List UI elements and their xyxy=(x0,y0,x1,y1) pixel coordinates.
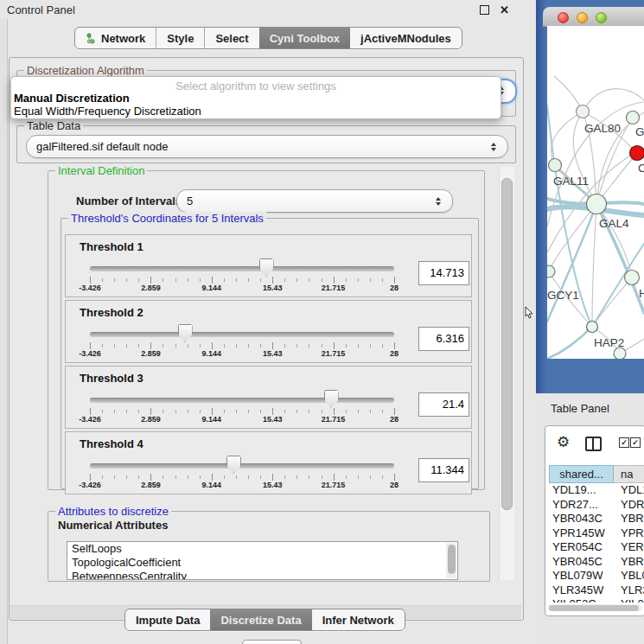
network-node[interactable] xyxy=(630,146,644,161)
table-row[interactable]: YBR043CYBR0 xyxy=(549,512,644,526)
scale-label: 15.43 xyxy=(263,284,283,292)
scale-label: 21.715 xyxy=(322,481,346,489)
attribute-item[interactable]: SelfLoops xyxy=(67,542,457,556)
tab-impute-data[interactable]: Impute Data xyxy=(125,609,210,630)
cyni-bottom-tab-bar: Impute DataDiscretize DataInfer Network xyxy=(124,609,405,631)
network-window-titlebar[interactable] xyxy=(543,7,644,27)
tab-jactivemnodules[interactable]: jActiveMNodules xyxy=(350,28,462,48)
network-node-label: GAL4 xyxy=(599,217,629,230)
slider-ticks xyxy=(90,277,394,284)
cell-shared-name: YBR045C xyxy=(549,555,621,570)
network-canvas[interactable]: GAL80GCGAL11GAL4GCY1HHAP2 xyxy=(547,26,644,359)
tab-discretize-data[interactable]: Discretize Data xyxy=(210,609,311,630)
gear-icon[interactable]: ⚙ xyxy=(557,435,570,450)
tab-network[interactable]: Network xyxy=(75,28,156,48)
network-node[interactable] xyxy=(627,112,640,124)
settings-scrollbar-thumb[interactable] xyxy=(501,178,513,510)
slider-track[interactable] xyxy=(90,398,394,403)
slider-track[interactable] xyxy=(90,266,394,271)
table-row[interactable]: YDR27...YDR2 xyxy=(549,498,644,513)
threshold-label: Threshold 2 xyxy=(80,306,143,319)
column-header-name[interactable]: na xyxy=(614,465,644,483)
tab-label: Style xyxy=(167,32,194,45)
slider-thumb[interactable] xyxy=(259,258,274,277)
scale-label: 21.715 xyxy=(322,415,346,424)
table-row[interactable]: YIL052CYIL0 xyxy=(549,597,644,603)
table-row[interactable]: YDL19...YDL1 xyxy=(549,483,644,498)
slider-thumb[interactable] xyxy=(226,456,241,474)
zoom-traffic-light-icon[interactable] xyxy=(596,12,607,23)
network-node[interactable] xyxy=(587,194,607,214)
network-node[interactable] xyxy=(577,105,590,118)
columns-icon[interactable] xyxy=(585,437,602,451)
table-row[interactable]: YBR045CYBR0 xyxy=(549,555,644,570)
number-of-intervals-combobox[interactable]: 5 xyxy=(176,189,453,213)
float-window-icon[interactable] xyxy=(480,5,489,15)
tab-label: Cyni Toolbox xyxy=(270,32,340,45)
tab-cyni-toolbox[interactable]: Cyni Toolbox xyxy=(259,28,350,48)
threshold-value-field[interactable]: 21.4 xyxy=(418,392,469,417)
network-node[interactable] xyxy=(625,271,640,285)
network-node[interactable] xyxy=(587,322,598,333)
checkbox-icon[interactable]: ✓ xyxy=(619,437,629,448)
table-row[interactable]: YBL079WYBL0 xyxy=(549,569,644,583)
checkbox-icon[interactable]: ✓ xyxy=(630,437,641,448)
attributes-scrollbar[interactable] xyxy=(446,543,456,578)
combo-arrows-icon xyxy=(430,197,447,206)
menu-item-manual-discretization[interactable]: Manual Discretization xyxy=(14,92,130,105)
tab-label: Infer Network xyxy=(322,614,394,627)
table-row[interactable]: YPR145WYPR1 xyxy=(549,526,644,541)
network-node[interactable] xyxy=(549,159,562,172)
tab-label: Network xyxy=(101,32,145,45)
slider-thumb[interactable] xyxy=(324,390,339,408)
tab-infer-network[interactable]: Infer Network xyxy=(312,609,405,630)
threshold-value-field[interactable]: 6.316 xyxy=(418,327,469,351)
apply-button[interactable]: Apply xyxy=(242,640,302,644)
menu-item-equal-width-frequency[interactable]: Equal Width/Frequency Discretization xyxy=(14,105,201,118)
slider-thumb[interactable] xyxy=(178,324,193,342)
table-row[interactable]: YER054CYER0 xyxy=(549,540,644,555)
scale-label: 28 xyxy=(390,481,399,489)
network-node-label: C xyxy=(638,162,644,175)
scale-label: 2.859 xyxy=(141,284,161,292)
attributes-scrollbar-thumb[interactable] xyxy=(448,545,456,574)
tab-select[interactable]: Select xyxy=(205,28,258,48)
network-node-label: H xyxy=(639,287,644,300)
network-node[interactable] xyxy=(547,265,555,277)
network-node-label: GAL11 xyxy=(553,175,589,188)
scale-label: -3.426 xyxy=(79,284,101,292)
cell-name: YBR0 xyxy=(621,555,644,568)
threshold-panel-4: Threshold 4-3.4262.8599.14415.4321.71528… xyxy=(65,431,472,494)
slider-track[interactable] xyxy=(90,463,394,469)
attribute-item[interactable]: BetweennessCentrality xyxy=(67,570,457,580)
tab-style[interactable]: Style xyxy=(156,28,205,48)
attributes-group: Attributes to discretize Numerical Attri… xyxy=(48,511,490,582)
interval-definition-group: Interval Definition Number of Intervals … xyxy=(48,170,485,490)
tab-label: Impute Data xyxy=(136,614,200,627)
minimize-traffic-light-icon[interactable] xyxy=(577,12,588,23)
settings-scrollbar[interactable] xyxy=(499,167,514,580)
close-icon[interactable]: ✕ xyxy=(499,4,510,16)
cell-shared-name: YDR27... xyxy=(549,498,621,513)
attribute-item[interactable]: TopologicalCoefficient xyxy=(67,556,457,570)
scale-label: 9.144 xyxy=(202,349,222,358)
table-panel: Table Panel ⚙ ✓ ✓ shared... na YDL19...Y… xyxy=(536,393,644,644)
network-icon xyxy=(86,33,97,44)
table-hscrollbar-thumb[interactable] xyxy=(549,605,639,611)
slider-ticks xyxy=(90,474,394,481)
scale-label: 15.43 xyxy=(263,481,283,489)
tab-label: Select xyxy=(215,32,248,45)
threshold-value-field[interactable]: 14.713 xyxy=(418,261,469,285)
numerical-attributes-list[interactable]: SelfLoopsTopologicalCoefficientBetweenne… xyxy=(67,541,458,580)
table-data-combobox[interactable]: galFiltered.sif default node xyxy=(26,135,508,158)
threshold-label: Threshold 1 xyxy=(80,240,143,253)
table-card: ⚙ ✓ ✓ shared... na YDL19...YDL1YDR27...Y… xyxy=(545,425,644,616)
column-header-shared[interactable]: shared... xyxy=(549,465,614,483)
threshold-value-field[interactable]: 11.344 xyxy=(418,458,469,482)
slider-track[interactable] xyxy=(90,332,394,337)
close-traffic-light-icon[interactable] xyxy=(558,12,569,23)
scale-label: -3.426 xyxy=(79,415,101,424)
table-hscrollbar[interactable] xyxy=(548,604,642,611)
table-row[interactable]: YLR345WYLR3 xyxy=(549,583,644,598)
network-node-label: HAP2 xyxy=(594,336,624,349)
